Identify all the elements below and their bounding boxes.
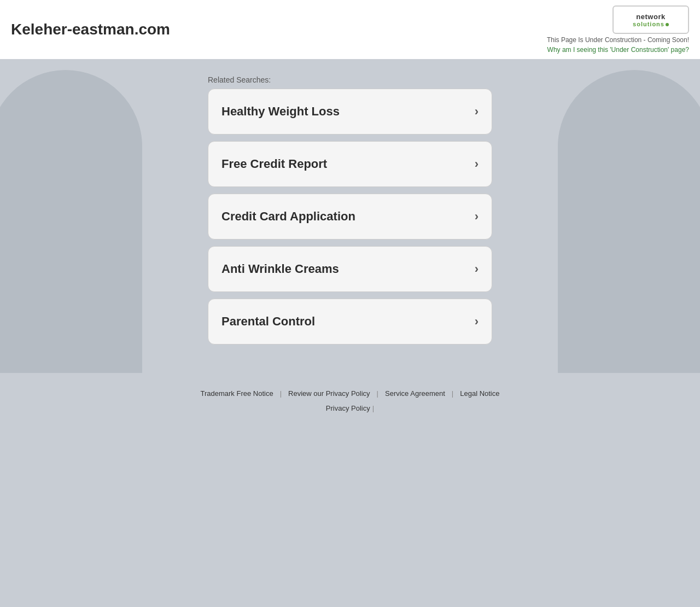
search-list: Healthy Weight Loss › Free Credit Report… xyxy=(208,89,492,351)
chevron-right-icon-5: › xyxy=(475,314,479,329)
search-item-5[interactable]: Parental Control › xyxy=(208,299,492,345)
page-header: Keleher-eastman.com network solutions Th… xyxy=(0,0,700,59)
related-searches-label: Related Searches: xyxy=(208,75,492,84)
ns-logo-text-line2: solutions xyxy=(633,21,669,27)
search-item-3[interactable]: Credit Card Application › xyxy=(208,194,492,240)
footer-link-trademark[interactable]: Trademark Free Notice xyxy=(194,389,279,398)
content-center: Related Searches: Healthy Weight Loss › … xyxy=(0,59,700,373)
search-item-label-1: Healthy Weight Loss xyxy=(221,104,340,119)
footer-links: Trademark Free Notice | Review our Priva… xyxy=(11,389,689,398)
main-content-wrapper: Related Searches: Healthy Weight Loss › … xyxy=(0,59,700,373)
search-item-label-4: Anti Wrinkle Creams xyxy=(221,262,339,276)
search-item-4[interactable]: Anti Wrinkle Creams › xyxy=(208,246,492,292)
under-construction-status: This Page Is Under Construction - Coming… xyxy=(547,36,689,44)
under-construction-link[interactable]: Why am I seeing this 'Under Construction… xyxy=(547,46,689,54)
chevron-right-icon-1: › xyxy=(475,104,479,119)
footer-privacy-link[interactable]: Privacy Policy xyxy=(326,404,370,412)
network-solutions-logo: network solutions xyxy=(612,5,689,34)
search-item-2[interactable]: Free Credit Report › xyxy=(208,141,492,187)
footer-privacy-row: Privacy Policy | xyxy=(11,404,689,412)
ns-logo-dot xyxy=(666,23,669,26)
page-footer: Trademark Free Notice | Review our Priva… xyxy=(0,373,700,423)
chevron-right-icon-2: › xyxy=(475,157,479,171)
search-item-label-3: Credit Card Application xyxy=(221,209,355,224)
search-item-label-2: Free Credit Report xyxy=(221,157,327,171)
search-item-label-5: Parental Control xyxy=(221,314,315,329)
search-item-1[interactable]: Healthy Weight Loss › xyxy=(208,89,492,135)
chevron-right-icon-3: › xyxy=(475,209,479,224)
footer-link-legal-notice[interactable]: Legal Notice xyxy=(453,389,506,398)
chevron-right-icon-4: › xyxy=(475,262,479,276)
ns-logo-text-line1: network xyxy=(636,13,665,21)
footer-link-service-agreement[interactable]: Service Agreement xyxy=(378,389,452,398)
site-title[interactable]: Keleher-eastman.com xyxy=(11,21,170,38)
footer-link-privacy-policy[interactable]: Review our Privacy Policy xyxy=(282,389,377,398)
header-right: network solutions This Page Is Under Con… xyxy=(547,5,689,54)
footer-privacy-pipe: | xyxy=(372,404,374,412)
